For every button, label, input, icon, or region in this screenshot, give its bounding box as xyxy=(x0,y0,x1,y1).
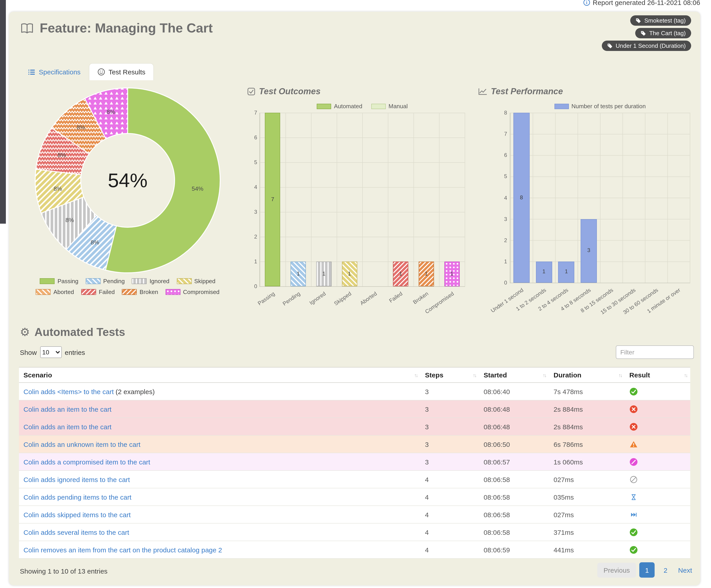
automated-tests-heading: ⚙ Automated Tests xyxy=(20,325,125,339)
column-header-started[interactable]: Started↑↓ xyxy=(479,367,549,383)
table-row: Colin adds an item to the cart308:06:482… xyxy=(19,400,690,418)
legend-label: Ignored xyxy=(150,278,169,285)
legend-swatch xyxy=(132,278,147,284)
table-row: Colin removes an item from the cart on t… xyxy=(19,541,690,559)
y-tick-label: 7 xyxy=(504,131,507,137)
legend-item-skipped[interactable]: Skipped xyxy=(177,278,215,285)
legend-item-automated[interactable]: Automated xyxy=(317,103,362,110)
tab-bar: Specifications Test Results xyxy=(20,63,154,80)
tag-icon xyxy=(635,18,641,23)
table-row: Colin adds several items to the cart408:… xyxy=(19,523,690,541)
y-tick-label: 5 xyxy=(254,159,257,165)
result-success-icon xyxy=(629,387,638,396)
x-tick-label: Broken xyxy=(412,290,429,306)
tag-list: Smoketest (tag)The Cart (tag)Under 1 Sec… xyxy=(602,15,691,51)
table-row: Colin adds an item to the cart308:06:482… xyxy=(19,418,690,435)
bar-value-label: 1 xyxy=(558,269,575,275)
duration-cell: 2s 884ms xyxy=(549,400,625,418)
result-cell xyxy=(625,541,690,559)
column-header-duration[interactable]: Duration↑↓ xyxy=(549,367,625,383)
column-header-steps[interactable]: Steps↑↓ xyxy=(421,367,479,383)
tab-label: Specifications xyxy=(39,68,81,76)
sort-icon[interactable]: ↑↓ xyxy=(619,372,622,378)
result-cell xyxy=(625,435,690,453)
legend-item-passing[interactable]: Passing xyxy=(40,278,79,285)
column-header-scenario[interactable]: Scenario↑↓ xyxy=(19,367,421,383)
tab-test-results[interactable]: Test Results xyxy=(89,63,154,80)
scenario-link[interactable]: Colin adds <Items> to the cart xyxy=(23,388,114,395)
legend-item-manual[interactable]: Manual xyxy=(371,103,408,110)
entries-label: entries xyxy=(65,348,85,356)
result-skipped-icon xyxy=(629,511,638,519)
result-compromised-icon xyxy=(629,458,638,466)
legend-item-pending[interactable]: Pending xyxy=(86,278,125,285)
tab-specifications[interactable]: Specifications xyxy=(20,64,89,80)
sort-icon[interactable]: ↑↓ xyxy=(543,372,546,378)
legend-item-failed[interactable]: Failed xyxy=(81,289,115,295)
feature-tag-smoketest-tag[interactable]: Smoketest (tag) xyxy=(630,15,691,26)
duration-cell: 027ms xyxy=(549,471,625,488)
legend-label: Automated xyxy=(334,103,362,110)
result-cell xyxy=(625,418,690,435)
donut-slice-label: 8% xyxy=(58,152,66,158)
page-1-button[interactable]: 1 xyxy=(639,562,654,578)
duration-cell: 7s 478ms xyxy=(549,383,625,400)
scenario-link[interactable]: Colin adds an item to the cart xyxy=(23,423,111,430)
x-tick-label: Passing xyxy=(257,290,276,307)
sort-icon[interactable]: ↑↓ xyxy=(414,372,417,378)
bar-value-label: 1 xyxy=(316,270,331,277)
started-cell: 08:06:59 xyxy=(479,541,549,559)
table-header-row: Scenario↑↓Steps↑↓Started↑↓Duration↑↓Resu… xyxy=(19,367,690,383)
duration-cell: 441ms xyxy=(549,541,625,559)
legend-item-compromised[interactable]: Compromised xyxy=(165,289,219,295)
result-failure-icon xyxy=(629,405,638,413)
x-tick-label: Aborted xyxy=(359,290,378,307)
column-label: Started xyxy=(483,371,507,379)
x-axis: Under 1 second1 to 2 seconds2 to 4 secon… xyxy=(510,285,690,319)
duration-cell: 027ms xyxy=(549,506,625,523)
started-cell: 08:06:58 xyxy=(479,471,549,488)
steps-cell: 3 xyxy=(421,453,479,471)
scenario-link[interactable]: Colin adds an unknown item to the cart xyxy=(23,440,141,448)
result-cell xyxy=(625,523,690,541)
started-cell: 08:06:58 xyxy=(479,506,549,523)
y-tick-label: 3 xyxy=(504,216,507,222)
scenario-link[interactable]: Colin adds skipped items to the cart xyxy=(23,511,131,518)
next-page-button[interactable]: Next xyxy=(676,563,694,578)
show-label: Show xyxy=(20,348,37,356)
legend-label: Failed xyxy=(99,289,115,295)
test-results-donut-panel: 54%8%8%8%8%8%8%54% PassingPendingIgnored… xyxy=(33,86,222,295)
tag-label: Under 1 Second (Duration) xyxy=(616,42,686,49)
scenario-link[interactable]: Colin adds a compromised item to the car… xyxy=(23,458,150,466)
report-generated: Report generated 26-11-2021 08:06 xyxy=(583,0,701,6)
legend-swatch xyxy=(317,104,331,109)
donut-slice-label: 8% xyxy=(107,109,115,115)
filter-input[interactable] xyxy=(616,345,694,359)
column-header-result[interactable]: Result↑↓ xyxy=(625,367,690,383)
scenario-link[interactable]: Colin adds several items to the cart xyxy=(23,528,129,536)
sort-icon[interactable]: ↑↓ xyxy=(473,372,476,378)
previous-page-button[interactable]: Previous xyxy=(597,563,636,578)
line-chart-icon xyxy=(478,88,487,95)
scenario-note: (2 examples) xyxy=(114,388,155,395)
sort-icon[interactable]: ↑↓ xyxy=(684,372,687,378)
scenario-link[interactable]: Colin adds pending items to the cart xyxy=(23,493,131,501)
legend-item-ignored[interactable]: Ignored xyxy=(132,278,169,285)
scenario-link[interactable]: Colin adds ignored items to the cart xyxy=(23,475,130,483)
x-tick-label: Skipped xyxy=(333,290,352,307)
started-cell: 08:06:57 xyxy=(479,453,549,471)
legend-item-broken[interactable]: Broken xyxy=(122,289,158,295)
feature-tag-under-1-second-duration[interactable]: Under 1 Second (Duration) xyxy=(602,41,691,51)
result-cell xyxy=(625,488,690,506)
bar-value-label: 1 xyxy=(342,270,357,277)
legend-item-aborted[interactable]: Aborted xyxy=(36,289,74,295)
legend-label: Manual xyxy=(388,103,408,110)
y-tick-label: 1 xyxy=(254,258,257,265)
feature-tag-the-cart-tag[interactable]: The Cart (tag) xyxy=(635,28,691,38)
scenario-link[interactable]: Colin removes an item from the cart on t… xyxy=(23,546,222,553)
legend-item-number-of-tests-per-duration[interactable]: Number of tests per duration xyxy=(554,103,646,110)
tab-label: Test Results xyxy=(108,68,145,76)
page-size-select[interactable]: 10 xyxy=(40,346,62,358)
page-2-button[interactable]: 2 xyxy=(658,562,673,578)
scenario-link[interactable]: Colin adds an item to the cart xyxy=(23,405,111,413)
